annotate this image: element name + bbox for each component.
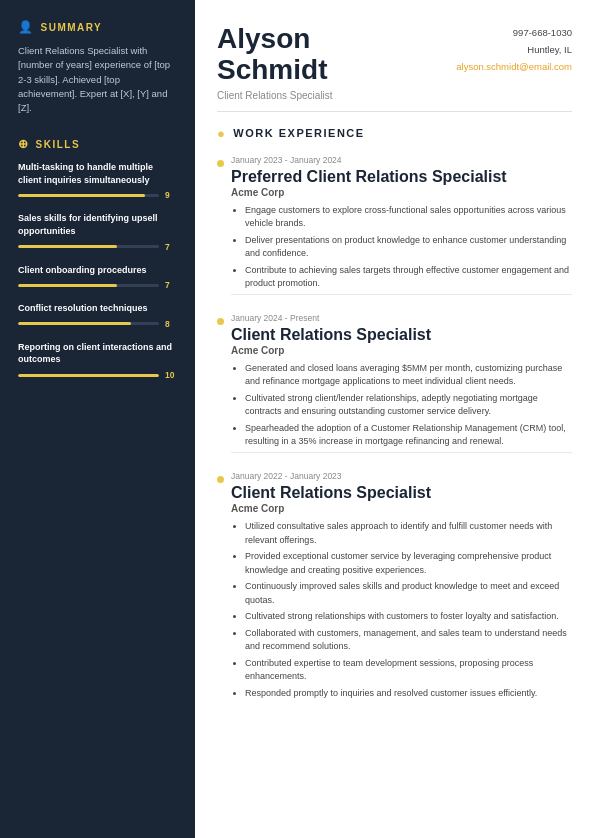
skill-bar-row: 8	[18, 319, 177, 329]
name-block: Alyson Schmidt Client Relations Speciali…	[217, 24, 456, 101]
skill-item: Sales skills for identifying upsell oppo…	[18, 212, 177, 251]
skill-name: Reporting on client interactions and out…	[18, 341, 177, 366]
briefcase-icon: ●	[217, 126, 226, 141]
skill-item: Reporting on client interactions and out…	[18, 341, 177, 380]
job-divider	[231, 294, 572, 295]
bullet-item: Contributed expertise to team developmen…	[245, 657, 572, 684]
job-bullets: Utilized consultative sales approach to …	[231, 520, 572, 700]
contact-info: 997-668-1030 Huntley, IL alyson.schmidt@…	[456, 24, 572, 75]
job-dot	[217, 318, 224, 325]
skill-item: Conflict resolution techniques 8	[18, 302, 177, 329]
sidebar: 👤 SUMMARY Client Relations Specialist wi…	[0, 0, 195, 838]
bullet-item: Continuously improved sales skills and p…	[245, 580, 572, 607]
skill-bar-fill	[18, 322, 131, 325]
candidate-name: Alyson Schmidt	[217, 24, 456, 86]
skill-bar	[18, 322, 159, 325]
skill-name: Sales skills for identifying upsell oppo…	[18, 212, 177, 237]
job-dot	[217, 160, 224, 167]
skill-score: 8	[165, 319, 177, 329]
skill-bar	[18, 374, 159, 377]
job-entry: January 2022 - January 2023 Client Relat…	[217, 471, 572, 700]
skill-bar-row: 7	[18, 242, 177, 252]
skill-bar-row: 10	[18, 370, 177, 380]
skill-bar-fill	[18, 194, 145, 197]
bullet-item: Cultivated strong relationships with cus…	[245, 610, 572, 624]
skill-bar-fill	[18, 374, 159, 377]
job-company: Acme Corp	[231, 187, 572, 198]
skill-name: Client onboarding procedures	[18, 264, 177, 277]
skill-item: Multi-tasking to handle multiple client …	[18, 161, 177, 200]
job-entry: January 2024 - Present Client Relations …	[217, 313, 572, 453]
work-experience-section: ● WORK EXPERIENCE January 2023 - January…	[217, 126, 572, 701]
skill-name: Conflict resolution techniques	[18, 302, 177, 315]
job-title: Client Relations Specialist	[231, 483, 572, 502]
bullet-item: Spearheaded the adoption of a Customer R…	[245, 422, 572, 449]
skill-bar	[18, 284, 159, 287]
bullet-item: Generated and closed loans averaging $5M…	[245, 362, 572, 389]
skill-bar-row: 7	[18, 280, 177, 290]
job-title: Client Relations Specialist	[231, 325, 572, 344]
summary-section-title: 👤 SUMMARY	[18, 20, 177, 34]
main-content: Alyson Schmidt Client Relations Speciali…	[195, 0, 594, 838]
skills-section-title: ⊕ SKILLS	[18, 137, 177, 151]
skill-bar	[18, 194, 159, 197]
skill-score: 7	[165, 280, 177, 290]
job-bullets: Generated and closed loans averaging $5M…	[231, 362, 572, 449]
job-date: January 2023 - January 2024	[231, 155, 572, 165]
skill-score: 7	[165, 242, 177, 252]
job-divider	[231, 452, 572, 453]
bullet-item: Engage customers to explore cross-functi…	[245, 204, 572, 231]
email: alyson.schmidt@email.com	[456, 58, 572, 75]
bullet-item: Collaborated with customers, management,…	[245, 627, 572, 654]
job-company: Acme Corp	[231, 345, 572, 356]
phone: 997-668-1030	[456, 24, 572, 41]
bullet-item: Provided exceptional customer service by…	[245, 550, 572, 577]
bullet-item: Contribute to achieving sales targets th…	[245, 264, 572, 291]
work-experience-title: ● WORK EXPERIENCE	[217, 126, 572, 141]
job-dot	[217, 476, 224, 483]
summary-icon: 👤	[18, 20, 35, 34]
bullet-item: Responded promptly to inquiries and reso…	[245, 687, 572, 701]
bullet-item: Utilized consultative sales approach to …	[245, 520, 572, 547]
job-date: January 2024 - Present	[231, 313, 572, 323]
skill-bar-row: 9	[18, 190, 177, 200]
job-entry: January 2023 - January 2024 Preferred Cl…	[217, 155, 572, 295]
skill-name: Multi-tasking to handle multiple client …	[18, 161, 177, 186]
bullet-item: Cultivated strong client/lender relation…	[245, 392, 572, 419]
skill-bar-fill	[18, 284, 117, 287]
job-date: January 2022 - January 2023	[231, 471, 572, 481]
skills-section: ⊕ SKILLS Multi-tasking to handle multipl…	[18, 137, 177, 380]
location: Huntley, IL	[456, 41, 572, 58]
job-bullets: Engage customers to explore cross-functi…	[231, 204, 572, 291]
job-title: Preferred Client Relations Specialist	[231, 167, 572, 186]
bullet-item: Deliver presentations on product knowled…	[245, 234, 572, 261]
candidate-role: Client Relations Specialist	[217, 90, 456, 101]
skill-bar-fill	[18, 245, 117, 248]
resume-header: Alyson Schmidt Client Relations Speciali…	[217, 24, 572, 101]
skill-score: 9	[165, 190, 177, 200]
skill-item: Client onboarding procedures 7	[18, 264, 177, 291]
header-divider	[217, 111, 572, 112]
job-company: Acme Corp	[231, 503, 572, 514]
skill-score: 10	[165, 370, 177, 380]
summary-text: Client Relations Specialist with [number…	[18, 44, 177, 115]
skill-bar	[18, 245, 159, 248]
skills-icon: ⊕	[18, 137, 30, 151]
